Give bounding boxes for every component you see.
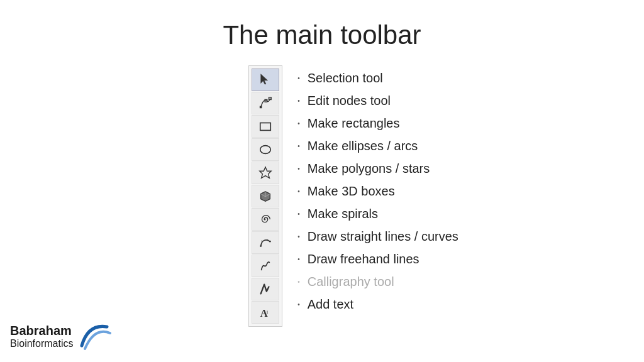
list-item-spiral: • Make spirals	[297, 202, 458, 225]
toolbar-panel: A i	[248, 65, 282, 327]
list-item-bezier: • Draw straight lines / curves	[297, 225, 458, 248]
svg-text:i: i	[267, 309, 269, 315]
logo-babraham: Babraham	[10, 324, 73, 338]
bullet: •	[297, 301, 300, 308]
list-label: Make polygons / stars	[308, 162, 430, 176]
toolbar-item-pencil[interactable]	[252, 255, 279, 277]
toolbar-item-calligraphy[interactable]	[252, 278, 279, 300]
toolbar-item-selection[interactable]	[252, 69, 279, 91]
toolbar-item-3dbox[interactable]	[252, 185, 279, 207]
list-label: Make rectangles	[308, 116, 400, 131]
list-label: Draw freehand lines	[308, 252, 419, 266]
bullet: •	[297, 256, 300, 263]
list-item-ellipse: • Make ellipses / arcs	[297, 134, 458, 157]
toolbar-item-rectangle[interactable]	[252, 115, 279, 138]
logo-swoosh-icon	[75, 321, 113, 352]
logo-bioinformatics: Bioinformatics	[10, 338, 73, 349]
list-label: Edit nodes tool	[308, 94, 391, 108]
list-label: Draw straight lines / curves	[308, 229, 458, 244]
bullet: •	[297, 165, 300, 172]
bullet: •	[297, 143, 300, 150]
list-item-rectangle: • Make rectangles	[297, 112, 458, 134]
list-label: Make spirals	[308, 207, 378, 221]
list-label: Calligraphy tool	[308, 275, 394, 289]
list-label: Make ellipses / arcs	[308, 139, 418, 153]
logo-area: Babraham Bioinformatics	[10, 321, 113, 352]
bullet: •	[297, 75, 300, 82]
bullet: •	[297, 188, 300, 195]
list-label: Selection tool	[308, 71, 383, 85]
toolbar-item-polygon[interactable]	[252, 162, 279, 184]
bullet: •	[297, 233, 300, 240]
list-item-freehand: • Draw freehand lines	[297, 248, 458, 270]
svg-point-5	[260, 146, 271, 154]
svg-rect-4	[260, 123, 271, 131]
svg-rect-2	[269, 97, 272, 100]
list-panel: • Selection tool • Edit nodes tool • Mak…	[282, 65, 458, 315]
toolbar-item-ellipse[interactable]	[252, 138, 279, 161]
bullet: •	[297, 211, 300, 217]
toolbar-item-bezier[interactable]	[252, 231, 279, 254]
svg-marker-0	[261, 74, 268, 84]
list-label: Add text	[308, 297, 353, 312]
toolbar-item-spiral[interactable]	[252, 208, 279, 231]
page-title: The main toolbar	[0, 0, 644, 65]
list-item-calligraphy: • Calligraphy tool	[297, 270, 458, 293]
bullet: •	[297, 120, 300, 127]
toolbar-item-text[interactable]: A i	[252, 301, 279, 324]
list-item-selection: • Selection tool	[297, 67, 458, 89]
svg-marker-6	[260, 167, 271, 178]
list-item-polygon: • Make polygons / stars	[297, 157, 458, 180]
bullet: •	[297, 97, 300, 104]
content-area: A i • Selection tool • Edit nodes tool •…	[0, 65, 644, 327]
list-label: Make 3D boxes	[308, 184, 395, 199]
toolbar-item-nodes[interactable]	[252, 92, 279, 114]
list-item-nodes: • Edit nodes tool	[297, 89, 458, 112]
svg-rect-1	[260, 106, 262, 109]
bullet: •	[297, 278, 300, 285]
list-item-3dbox: • Make 3D boxes	[297, 180, 458, 202]
list-item-text: • Add text	[297, 293, 458, 315]
